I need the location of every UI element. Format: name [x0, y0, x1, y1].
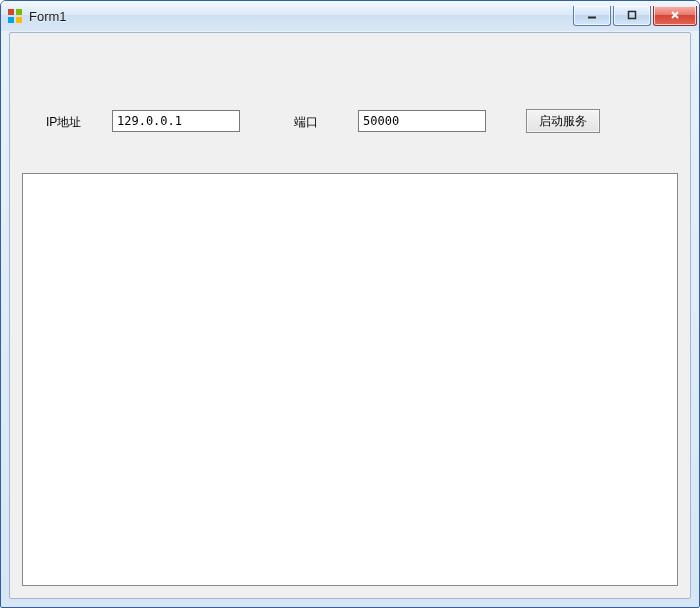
- window-title: Form1: [29, 9, 573, 24]
- minimize-button[interactable]: [573, 6, 611, 26]
- window-controls: [573, 6, 697, 26]
- app-icon: [7, 8, 23, 24]
- window-frame: Form1 IP地址 端口 启动服务: [0, 0, 700, 608]
- close-button[interactable]: [653, 6, 697, 26]
- svg-rect-3: [16, 17, 22, 23]
- log-textarea[interactable]: [22, 173, 678, 586]
- svg-rect-2: [8, 17, 14, 23]
- ip-address-label: IP地址: [46, 114, 81, 131]
- ip-address-input[interactable]: [112, 110, 240, 132]
- titlebar[interactable]: Form1: [1, 1, 699, 31]
- svg-rect-5: [629, 12, 636, 19]
- maximize-button[interactable]: [613, 6, 651, 26]
- svg-rect-1: [16, 9, 22, 15]
- port-input[interactable]: [358, 110, 486, 132]
- port-label: 端口: [294, 114, 318, 131]
- client-area: IP地址 端口 启动服务: [9, 32, 691, 599]
- start-service-button[interactable]: 启动服务: [526, 109, 600, 133]
- svg-rect-0: [8, 9, 14, 15]
